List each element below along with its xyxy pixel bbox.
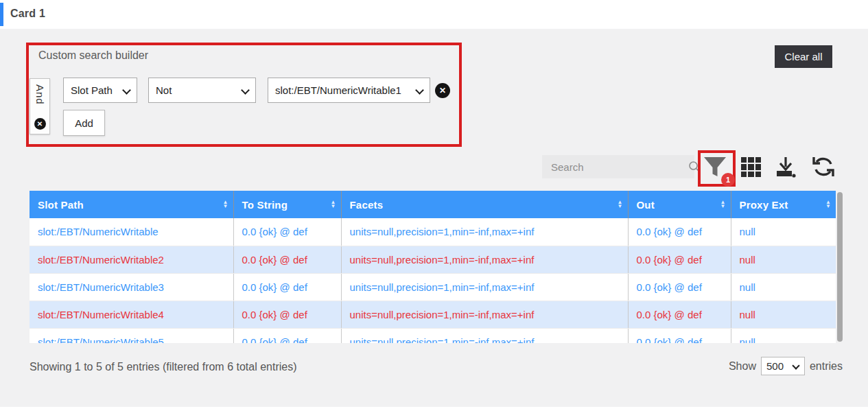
entries-summary: Showing 1 to 5 of 5 entries (filtered fr… xyxy=(30,361,297,373)
sort-arrows-icon xyxy=(222,200,228,209)
remove-criteria-button[interactable]: ✕ xyxy=(435,83,450,98)
page-length-select[interactable]: 500 xyxy=(761,357,805,375)
chevron-down-icon xyxy=(793,363,799,370)
grid-icon xyxy=(741,157,747,163)
page-length-control: Show 500 entries xyxy=(729,357,843,375)
chevron-down-icon xyxy=(123,87,130,94)
column-header-out[interactable]: Out xyxy=(628,191,731,218)
download-icon[interactable] xyxy=(774,155,797,178)
condition-select[interactable]: Not xyxy=(148,78,256,103)
sort-arrows-icon xyxy=(720,200,725,209)
table-scrollbar[interactable] xyxy=(837,192,843,342)
remove-group-button[interactable]: ✕ xyxy=(34,118,46,130)
filter-badge: 1 xyxy=(721,173,735,187)
data-table: Slot Path To String Facets Out Proxy Ext… xyxy=(30,191,836,343)
logic-group-button[interactable]: And ✕ xyxy=(30,78,50,134)
column-header-facets[interactable]: Facets xyxy=(341,191,628,218)
sort-arrows-icon xyxy=(330,200,336,209)
table-row[interactable]: slot:/EBT/NumericWritable 0.0 {ok} @ def… xyxy=(30,218,836,246)
table-row[interactable]: slot:/EBT/NumericWritable5 0.0 {ok} @ de… xyxy=(30,328,836,343)
page-title: Card 1 xyxy=(10,8,45,20)
sort-arrows-icon xyxy=(825,200,831,209)
table-row[interactable]: slot:/EBT/NumericWritable3 0.0 {ok} @ de… xyxy=(30,273,836,301)
table-row[interactable]: slot:/EBT/NumericWritable4 0.0 {ok} @ de… xyxy=(30,301,836,328)
chevron-down-icon xyxy=(242,87,248,94)
table-row[interactable]: slot:/EBT/NumericWritable2 0.0 {ok} @ de… xyxy=(30,246,836,273)
column-header-to-string[interactable]: To String xyxy=(233,191,341,218)
show-label: Show xyxy=(729,360,756,373)
column-header-proxy-ext[interactable]: Proxy Ext xyxy=(731,191,836,218)
chevron-down-icon xyxy=(416,87,423,94)
condition-select-value: Not xyxy=(156,84,172,96)
column-header-slot-path[interactable]: Slot Path xyxy=(30,191,233,218)
card-accent-bar xyxy=(0,3,3,26)
clear-all-button[interactable]: Clear all xyxy=(775,45,832,68)
entries-label: entries xyxy=(810,360,843,373)
search-builder-title: Custom search builder xyxy=(38,49,148,62)
add-criteria-button[interactable]: Add xyxy=(63,110,105,136)
sort-arrows-icon xyxy=(617,200,622,209)
value-select[interactable]: slot:/EBT/NumericWritable1 xyxy=(268,78,430,103)
filter-button[interactable]: 1 xyxy=(703,156,731,183)
field-select-value: Slot Path xyxy=(71,84,113,96)
value-select-value: slot:/EBT/NumericWritable1 xyxy=(275,84,401,96)
magnifier-icon xyxy=(688,160,701,174)
search-box xyxy=(542,155,694,178)
column-visibility-button[interactable] xyxy=(741,157,761,177)
field-select[interactable]: Slot Path xyxy=(63,78,137,103)
card-body: Custom search builder And ✕ Slot Path No… xyxy=(0,29,868,407)
refresh-icon[interactable] xyxy=(811,155,836,178)
page-bottom-strip xyxy=(0,407,868,411)
page-length-value: 500 xyxy=(766,360,784,372)
table-header-row: Slot Path To String Facets Out Proxy Ext xyxy=(30,191,836,218)
search-input[interactable] xyxy=(542,161,688,173)
logic-group-label: And xyxy=(34,84,46,105)
card-header: Card 1 xyxy=(0,0,868,29)
